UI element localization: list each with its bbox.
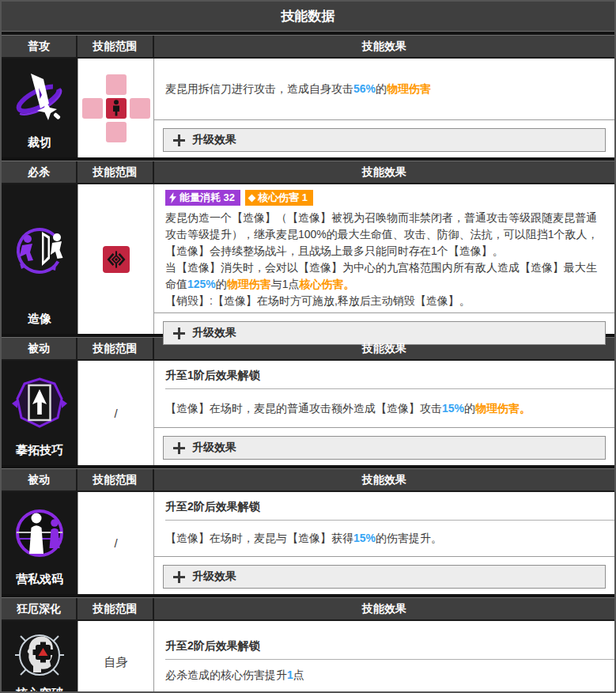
- copy-card-icon: [9, 361, 70, 443]
- skill-description: 必杀造成的核心伤害提升1点: [154, 660, 614, 687]
- upgrade-effect-button[interactable]: 升级效果: [163, 565, 606, 589]
- range-header: 技能范围: [77, 469, 154, 490]
- upgrade-area: 升级效果: [154, 119, 614, 157]
- skill-effect-cell: 能量消耗 32 核心伤害 1 麦昆伪造一个【造像】（【造像】被视为召唤物而非禁闭…: [154, 184, 614, 334]
- effect-header: 技能效果: [154, 338, 614, 359]
- skill-section-normal-attack: 普攻 技能范围 技能效果 裁切: [2, 35, 614, 157]
- skill-icon-cell: 摹拓技巧: [2, 361, 77, 465]
- upgrade-effect-button[interactable]: 升级效果: [163, 128, 606, 152]
- skill-range-cell: /: [77, 492, 154, 594]
- skill-type-header: 被动: [2, 469, 77, 490]
- skill-description: 麦昆用拆信刀进行攻击，造成自身攻击56%的物理伤害: [154, 59, 614, 119]
- energy-cost-tag: 能量消耗 32: [165, 190, 240, 206]
- skill-description: 能量消耗 32 核心伤害 1 麦昆伪造一个【造像】（【造像】被视为召唤物而非禁闭…: [154, 184, 614, 312]
- core-damage-tag: 核心伤害 1: [245, 190, 313, 206]
- skill-range-cell: /: [77, 361, 154, 465]
- skill-range-cell: [77, 59, 154, 157]
- skill-type-header: 被动: [2, 338, 77, 359]
- skill-range-cell: [77, 184, 154, 334]
- unlock-condition: 升至2阶后效果解锁: [165, 500, 614, 521]
- skill-section-ultimate: 必杀 技能范围 技能效果: [2, 161, 614, 334]
- deploy-target-icon: [103, 246, 130, 273]
- skill-effect-cell: 升至1阶后效果解锁 【造像】在场时，麦昆的普通攻击额外造成【造像】攻击15%的物…: [154, 361, 614, 465]
- skill-name: 造像: [26, 312, 53, 334]
- skill-description: 【造像】在场时，麦昆的普通攻击额外造成【造像】攻击15%的物理伤害。: [154, 389, 614, 427]
- range-header: 技能范围: [77, 338, 154, 359]
- skill-effect-cell: 升至2阶后效果解锁 【造像】在场时，麦昆与【造像】获得15%的伤害提升。 升级效…: [154, 492, 614, 594]
- skill-name: 裁切: [26, 135, 53, 157]
- energy-lightning-icon: [169, 192, 176, 203]
- range-tile: [106, 122, 127, 142]
- skill-effect-cell: 麦昆用拆信刀进行攻击，造成自身攻击56%的物理伤害 升级效果: [154, 59, 614, 157]
- summon-figures-icon: [9, 184, 70, 312]
- plus-icon: [173, 442, 185, 454]
- effect-header: 技能效果: [154, 161, 614, 183]
- skill-range-cell: 自身: [77, 621, 154, 693]
- skill-icon-cell: 裁切: [2, 59, 77, 157]
- range-text: /: [114, 536, 117, 550]
- effect-header: 技能效果: [154, 598, 614, 619]
- range-grid: [82, 74, 150, 142]
- plus-icon: [173, 134, 185, 146]
- skill-section-mania: 狂厄深化 技能范围 技能效果: [2, 597, 614, 693]
- upgrade-area: 升级效果: [154, 556, 614, 594]
- range-header: 技能范围: [77, 161, 154, 183]
- effect-header: 技能效果: [154, 469, 614, 490]
- range-tile: [82, 98, 103, 119]
- self-position-icon: [106, 98, 127, 119]
- skill-effect-cell: 升至2阶后效果解锁 必杀造成的核心伤害提升1点: [154, 621, 614, 693]
- range-tile: [106, 74, 127, 95]
- skill-type-header: 狂厄深化: [2, 598, 77, 619]
- effect-header: 技能效果: [154, 36, 614, 57]
- dagger-icon: [9, 59, 70, 135]
- two-figures-icon: [9, 492, 70, 572]
- range-header: 技能范围: [77, 36, 154, 57]
- skill-section-passive-1: 被动 技能范围 技能效果 摹拓技巧 /: [2, 337, 614, 465]
- plus-icon: [173, 571, 185, 583]
- range-text: /: [114, 407, 117, 420]
- upgrade-effect-button[interactable]: 升级效果: [163, 436, 606, 460]
- range-tile: [130, 98, 150, 119]
- upgrade-area: 升级效果: [154, 427, 614, 465]
- plus-icon: [173, 328, 185, 339]
- range-header: 技能范围: [77, 598, 154, 619]
- skill-section-passive-2: 被动 技能范围 技能效果 营私戏码: [2, 468, 614, 594]
- skill-name: 营私戏码: [14, 572, 65, 594]
- skill-icon-cell: 营私戏码: [2, 492, 77, 594]
- skill-type-header: 普攻: [2, 36, 77, 57]
- skill-type-header: 必杀: [2, 161, 77, 183]
- skill-name: 核心突破: [14, 686, 65, 693]
- skill-icon-cell: 造像: [2, 184, 77, 334]
- range-text: 自身: [104, 655, 128, 670]
- core-diamond-icon: [248, 194, 256, 202]
- unlock-condition: 升至2阶后效果解锁: [165, 639, 614, 660]
- skill-name: 摹拓技巧: [14, 443, 65, 465]
- page-title: 技能数据: [2, 2, 614, 32]
- skill-icon-cell: 核心突破: [2, 621, 77, 693]
- skill-description: 【造像】在场时，麦昆与【造像】获得15%的伤害提升。: [154, 521, 614, 556]
- head-gear-icon: [9, 621, 70, 686]
- skill-data-panel: 技能数据 普攻 技能范围 技能效果 裁切: [0, 0, 616, 693]
- skill-tags: 能量消耗 32 核心伤害 1: [165, 190, 603, 206]
- unlock-condition: 升至1阶后效果解锁: [165, 369, 614, 389]
